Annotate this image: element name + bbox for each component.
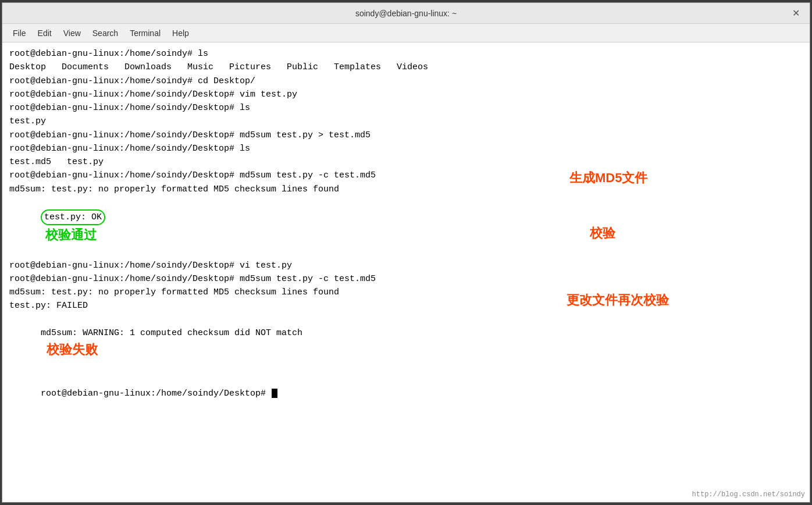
- annotation-verify: 校验: [590, 225, 615, 242]
- watermark: http://blog.csdn.net/soindy: [692, 490, 805, 499]
- terminal-line-4: root@debian-gnu-linux:/home/soindy/Deskt…: [9, 88, 803, 101]
- terminal-line-14: root@debian-gnu-linux:/home/soindy/Deskt…: [9, 272, 803, 286]
- annotation-fail: 校验失败: [47, 342, 98, 357]
- terminal-line-12: test.py: OK 校验通过: [9, 196, 803, 259]
- terminal-line-2: Desktop Documents Downloads Music Pictur…: [9, 61, 803, 74]
- menu-bar: File Edit View Search Terminal Help: [2, 24, 810, 42]
- terminal-line-17: md5sum: WARNING: 1 computed checksum did…: [9, 313, 803, 374]
- menu-terminal[interactable]: Terminal: [124, 26, 166, 40]
- prompt-final: root@debian-gnu-linux:/home/soindy/Deskt…: [41, 389, 271, 399]
- terminal-line-7: root@debian-gnu-linux:/home/soindy/Deskt…: [9, 129, 803, 142]
- terminal-line-16: test.py: FAILED: [9, 299, 803, 312]
- title-bar: soindy@debian-gnu-linux: ~ ✕: [2, 3, 810, 24]
- terminal-line-13: root@debian-gnu-linux:/home/soindy/Deskt…: [9, 259, 803, 272]
- cursor-block: [272, 389, 277, 398]
- terminal-line-3: root@debian-gnu-linux:/home/soindy# cd D…: [9, 74, 803, 88]
- terminal-body[interactable]: root@debian-gnu-linux:/home/soindy# ls D…: [2, 42, 810, 502]
- window-title: soindy@debian-gnu-linux: ~: [23, 9, 789, 18]
- menu-view[interactable]: View: [58, 26, 87, 40]
- terminal-line-9: test.md5 test.py: [9, 155, 803, 169]
- terminal-line-6: test.py: [9, 115, 803, 128]
- terminal-line-18: root@debian-gnu-linux:/home/soindy/Deskt…: [9, 373, 803, 414]
- menu-file[interactable]: File: [7, 26, 32, 40]
- menu-edit[interactable]: Edit: [32, 26, 58, 40]
- menu-help[interactable]: Help: [166, 26, 195, 40]
- terminal-line-11: md5sum: test.py: no properly formatted M…: [9, 183, 803, 196]
- terminal-line-1: root@debian-gnu-linux:/home/soindy# ls: [9, 47, 803, 61]
- annotation-pass: 校验通过: [45, 227, 97, 242]
- warning-text: md5sum: WARNING: 1 computed checksum did…: [41, 328, 302, 338]
- annotation-reverify: 更改文件再次校验: [567, 291, 669, 309]
- terminal-line-10: root@debian-gnu-linux:/home/soindy/Deskt…: [9, 169, 803, 182]
- terminal-line-5: root@debian-gnu-linux:/home/soindy/Deskt…: [9, 101, 803, 115]
- close-button[interactable]: ✕: [789, 6, 803, 20]
- annotation-generate-md5: 生成MD5文件: [569, 169, 647, 187]
- ok-circle-label: test.py: OK: [41, 209, 105, 225]
- terminal-line-15: md5sum: test.py: no properly formatted M…: [9, 286, 803, 299]
- terminal-window: soindy@debian-gnu-linux: ~ ✕ File Edit V…: [2, 2, 810, 503]
- terminal-line-8: root@debian-gnu-linux:/home/soindy/Deskt…: [9, 142, 803, 155]
- menu-search[interactable]: Search: [87, 26, 124, 40]
